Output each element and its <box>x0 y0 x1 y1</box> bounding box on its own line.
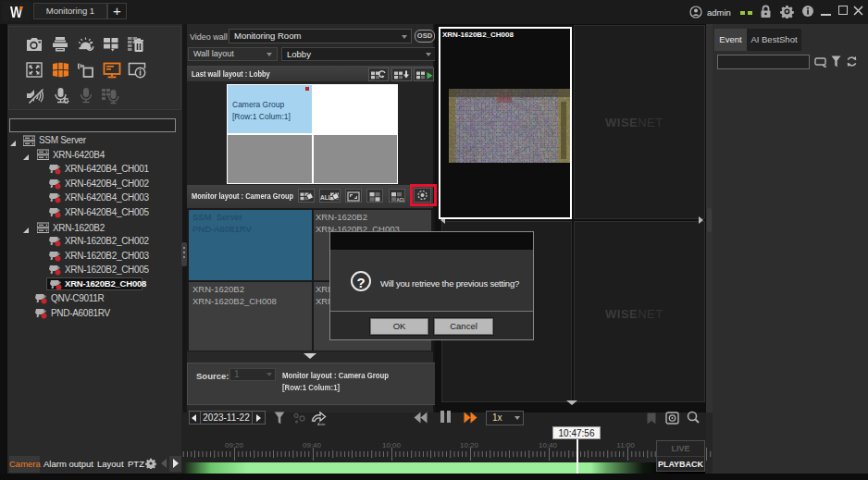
svg-text:ACL: ACL <box>397 198 405 203</box>
svg-text:Auto: Auto <box>317 422 326 426</box>
svg-text:ALL: ALL <box>320 194 332 201</box>
